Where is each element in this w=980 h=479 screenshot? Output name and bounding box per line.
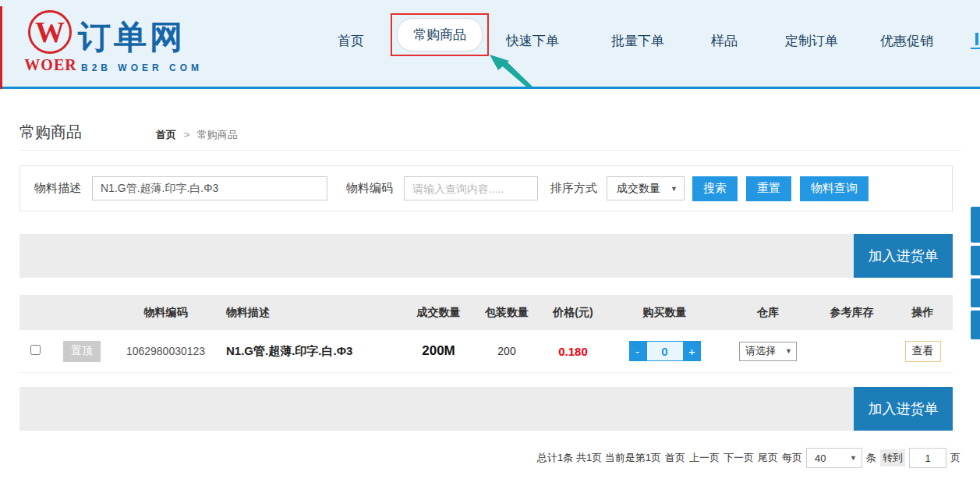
sort-label: 排序方式 bbox=[550, 181, 597, 196]
pagination-first[interactable]: 首页 bbox=[665, 451, 685, 465]
material-desc-input[interactable] bbox=[92, 176, 327, 200]
pagination-summary: 总计1条 共1页 当前是第1页 bbox=[537, 451, 661, 465]
header-price: 价格(元) bbox=[542, 306, 604, 320]
nav-item-samples[interactable]: 样品 bbox=[711, 32, 738, 50]
row-checkbox[interactable] bbox=[30, 345, 41, 355]
nav-item-frequent-products[interactable]: 常购商品 bbox=[397, 18, 483, 51]
material-query-button[interactable]: 物料查询 bbox=[800, 176, 869, 201]
page-title: 常购商品 bbox=[19, 122, 82, 143]
nav-item-custom-order[interactable]: 定制订单 bbox=[785, 32, 838, 50]
search-button[interactable]: 搜索 bbox=[692, 176, 738, 201]
header-deal-qty: 成交数量 bbox=[405, 306, 472, 320]
left-red-strip bbox=[0, 6, 2, 89]
chevron-down-icon: ▼ bbox=[850, 454, 857, 462]
annotation-arrow-icon bbox=[489, 54, 534, 88]
header-material-desc: 物料描述 bbox=[218, 306, 405, 320]
annotation-red-box: 常购商品 bbox=[391, 13, 489, 56]
side-tab-4[interactable] bbox=[971, 310, 980, 339]
header-material-code: 物料编码 bbox=[113, 306, 218, 320]
logo-brand-text: WOER bbox=[23, 56, 78, 74]
row-deal-qty: 200M bbox=[405, 343, 472, 359]
header-buy-qty: 购买数量 bbox=[604, 306, 725, 320]
title-divider bbox=[19, 150, 961, 151]
warehouse-select[interactable]: 请选择 ▼ bbox=[739, 342, 797, 361]
goto-page-input[interactable] bbox=[909, 448, 946, 468]
page: W WOER 订单网 B2B WOER COM 首页 常购商品 快速下单 批量下… bbox=[0, 0, 980, 479]
per-page-unit: 条 bbox=[866, 451, 876, 465]
sort-select-value: 成交数量 bbox=[617, 182, 660, 196]
add-to-cart-button-top[interactable]: 加入进货单 bbox=[854, 234, 953, 278]
quantity-stepper: - + bbox=[629, 341, 701, 361]
chevron-down-icon: ▼ bbox=[670, 185, 678, 193]
pagination-prev[interactable]: 上一页 bbox=[689, 451, 720, 465]
site-subtitle: B2B WOER COM bbox=[81, 62, 203, 73]
view-button[interactable]: 查看 bbox=[905, 341, 941, 362]
row-pack-qty: 200 bbox=[472, 345, 542, 357]
pagination-next[interactable]: 下一页 bbox=[724, 451, 754, 465]
row-price: 0.180 bbox=[542, 345, 604, 358]
table-row: 置顶 1062980030123 N1.G管.超薄.印字.白.Φ3 200M 2… bbox=[19, 330, 953, 373]
breadcrumb: 首页 > 常购商品 bbox=[156, 128, 238, 142]
goto-label: 转到 bbox=[880, 449, 905, 467]
right-edge-marker-line bbox=[971, 48, 980, 49]
breadcrumb-home[interactable]: 首页 bbox=[156, 129, 176, 140]
pagination: 总计1条 共1页 当前是第1页 首页 上一页 下一页 尾页 每页 40 ▼ 条 … bbox=[533, 446, 961, 470]
action-bar-top: 加入进货单 bbox=[19, 234, 953, 278]
right-edge-marker bbox=[975, 33, 978, 45]
material-code-label: 物料编码 bbox=[346, 181, 393, 196]
quantity-plus-button[interactable]: + bbox=[684, 341, 701, 361]
sort-select[interactable]: 成交数量 ▼ bbox=[607, 176, 685, 200]
action-bar-bottom: 加入进货单 bbox=[19, 387, 953, 431]
per-page-value: 40 bbox=[815, 452, 826, 464]
reset-button[interactable]: 重置 bbox=[746, 176, 791, 201]
header-operation: 操作 bbox=[893, 306, 953, 320]
header: W WOER 订单网 B2B WOER COM 首页 常购商品 快速下单 批量下… bbox=[0, 0, 980, 89]
header-ref-stock: 参考库存 bbox=[811, 306, 893, 320]
per-page-label: 每页 bbox=[782, 451, 802, 465]
material-desc-label: 物料描述 bbox=[34, 181, 81, 196]
per-page-select[interactable]: 40 ▼ bbox=[806, 448, 862, 468]
quantity-minus-button[interactable]: - bbox=[629, 341, 646, 361]
nav-item-home[interactable]: 首页 bbox=[338, 32, 364, 50]
warehouse-select-value: 请选择 bbox=[745, 344, 776, 358]
side-tab-3[interactable] bbox=[971, 279, 980, 307]
header-pack-qty: 包装数量 bbox=[472, 306, 542, 320]
pin-to-top-button[interactable]: 置顶 bbox=[63, 341, 101, 362]
logo-letter: W bbox=[35, 17, 65, 47]
add-to-cart-button-bottom[interactable]: 加入进货单 bbox=[854, 387, 953, 431]
nav-item-promotions[interactable]: 优惠促销 bbox=[880, 32, 933, 50]
breadcrumb-separator: > bbox=[184, 129, 190, 140]
table-header: 物料编码 物料描述 成交数量 包装数量 价格(元) 购买数量 仓库 参考库存 操… bbox=[19, 295, 953, 330]
side-tab-1[interactable] bbox=[971, 207, 980, 243]
header-warehouse: 仓库 bbox=[725, 306, 811, 320]
quantity-input[interactable] bbox=[646, 341, 684, 361]
side-tab-2[interactable] bbox=[971, 246, 980, 275]
breadcrumb-current: 常购商品 bbox=[197, 129, 238, 140]
chevron-down-icon: ▼ bbox=[785, 347, 792, 355]
nav-item-quick-order[interactable]: 快速下单 bbox=[506, 32, 559, 50]
woer-logo-icon[interactable]: W bbox=[28, 10, 72, 54]
page-unit: 页 bbox=[950, 451, 961, 465]
pagination-last[interactable]: 尾页 bbox=[758, 451, 778, 465]
row-material-code: 1062980030123 bbox=[113, 345, 218, 357]
material-code-input[interactable] bbox=[404, 176, 538, 200]
row-material-desc: N1.G管.超薄.印字.白.Φ3 bbox=[218, 344, 405, 359]
search-panel: 物料描述 物料编码 排序方式 成交数量 ▼ 搜索 重置 物料查询 bbox=[19, 165, 953, 211]
nav-item-bulk-order[interactable]: 批量下单 bbox=[611, 32, 664, 50]
site-title: 订单网 bbox=[78, 16, 186, 59]
